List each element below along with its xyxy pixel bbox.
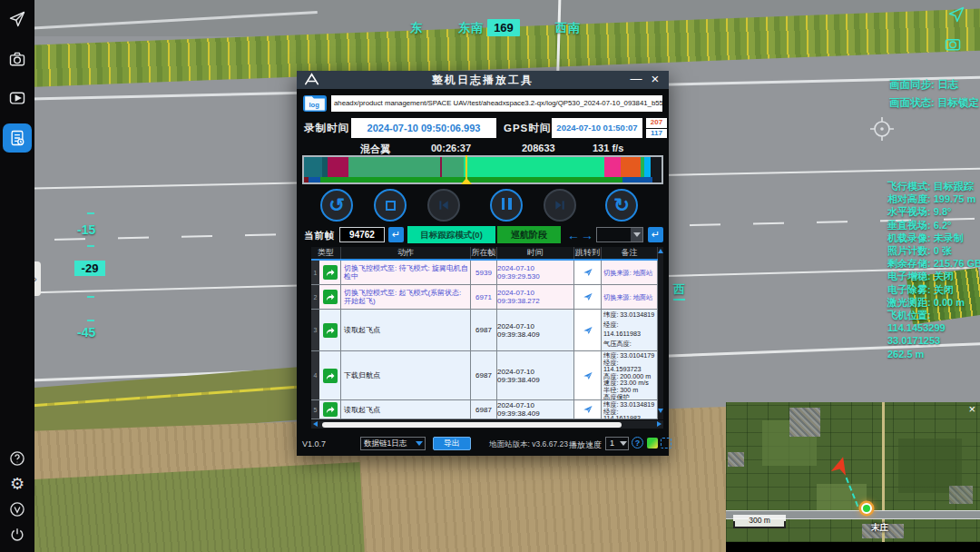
telemetry-line: 飞机位置: (887, 309, 978, 321)
counter-bottom-value: 117 (646, 129, 667, 139)
jump-to-frame-button[interactable] (578, 324, 598, 337)
repeat-cw-icon: ↻ (613, 195, 630, 214)
gcs-version: 地面站版本: v3.6.67.23 (489, 439, 568, 450)
event-jump-cell (574, 351, 602, 399)
cruise-phase-button[interactable]: 巡航阶段 (497, 226, 561, 243)
column-header[interactable]: 备注 (602, 247, 658, 259)
village-label: 末庄 (871, 522, 888, 534)
replay-button[interactable]: ↺ (320, 189, 353, 222)
target-tracking-mode-button[interactable]: 目标跟踪模式(0) (407, 226, 495, 243)
log-timeline-bar[interactable] (302, 155, 663, 184)
tool-version: V1.0.7 (302, 439, 326, 448)
log-path-input[interactable]: aheadx/product management/SPACE UAV/test… (331, 95, 662, 112)
paper-plane-icon[interactable] (5, 7, 29, 31)
pitch-tick (87, 296, 94, 298)
table-row[interactable]: 5读取起飞点69872024-07-10 09:39:38.409纬度: 33.… (311, 400, 663, 419)
timeline-strip (304, 177, 662, 182)
vertical-scrollbar[interactable] (658, 247, 663, 419)
timeline-segment (622, 177, 652, 182)
table-row[interactable]: 4下载归航点69872024-07-10 09:39:38.409纬度: 33.… (311, 351, 663, 400)
settings-gear-icon[interactable]: ⚙ (5, 472, 29, 496)
repeat-button[interactable]: ↻ (605, 189, 638, 222)
datalink-log-dropdown[interactable]: 数据链1日志 (360, 437, 426, 450)
table-row[interactable]: 1切换飞控模式至: 待飞模式: 旋翼电机自检中59392024-07-10 09… (311, 261, 663, 285)
minimize-button[interactable]: — (627, 71, 645, 89)
event-time-cell: 2024-07-10 09:39:38.409 (497, 400, 574, 419)
version-icon[interactable] (5, 498, 29, 521)
jump-to-frame-button[interactable] (578, 291, 598, 303)
jump-to-frame-button[interactable] (578, 266, 598, 279)
pause-button[interactable] (490, 189, 523, 222)
table-row[interactable]: 2切换飞控模式至: 起飞模式(系留状态: 开始起飞)69712024-07-10… (311, 285, 663, 310)
gps-time-label: GPS时间 (504, 122, 551, 135)
jump-to-frame-button[interactable] (578, 403, 598, 416)
color-legend-button[interactable] (647, 438, 658, 448)
minimap-close-button[interactable]: × (968, 403, 975, 416)
column-header[interactable]: 跳转到 (574, 247, 602, 259)
scroll-down-arrow[interactable] (658, 409, 663, 413)
frame-rate: 131 f/s (593, 143, 623, 153)
close-button[interactable]: × (646, 71, 664, 89)
field-patch (817, 484, 867, 511)
prev-event-button[interactable]: ← (567, 228, 580, 242)
open-log-folder-button[interactable]: log (303, 95, 327, 112)
event-remark-cell: 切换来源: 地面站 (602, 261, 658, 284)
record-time-input[interactable]: 2024-07-10 09:50:06.993 (351, 118, 496, 138)
event-type-cell (319, 400, 341, 419)
gps-time-input[interactable]: 2024-07-10 01:50:07 (552, 118, 642, 138)
minimap[interactable]: 300 m 末庄 × (726, 402, 980, 552)
column-header[interactable]: 类型 (311, 247, 341, 259)
video-icon[interactable] (5, 86, 29, 110)
playback-speed-label: 播放速度 (569, 439, 602, 451)
skip-end-icon (553, 198, 567, 212)
table-row[interactable]: 3读取起飞点69872024-07-10 09:39:38.409纬度: 33.… (311, 310, 663, 351)
wing-type: 混合翼 (360, 143, 390, 156)
chevron-down-icon (413, 438, 425, 449)
event-remark-cell: 纬度: 33.0104179经度: 114.1593723高度: 200.000… (602, 351, 658, 399)
export-button[interactable]: 导出 (433, 437, 471, 450)
timeline-playhead[interactable] (466, 155, 467, 181)
frame-enter-button[interactable]: ↵ (388, 227, 404, 242)
power-icon[interactable] (5, 523, 29, 547)
stop-button[interactable] (374, 189, 407, 222)
current-frame-input[interactable]: 94762 (339, 227, 385, 242)
event-enter-button[interactable]: ↵ (648, 227, 663, 242)
scroll-up-arrow[interactable] (658, 249, 663, 253)
event-select-dropdown[interactable] (596, 227, 643, 242)
timeline-segment (304, 157, 322, 177)
help-icon[interactable] (5, 447, 29, 470)
next-event-button[interactable]: → (581, 228, 593, 242)
scroll-left-arrow[interactable] (313, 421, 318, 427)
skip-to-start-button[interactable] (427, 189, 460, 222)
event-jump-cell (574, 310, 602, 350)
compass-southeast-label: 东南 (458, 20, 484, 36)
event-type-cell (319, 261, 341, 284)
region-select-button[interactable] (661, 438, 671, 448)
compass-heading-value: 169 (487, 19, 520, 36)
jump-to-frame-button[interactable] (578, 370, 598, 382)
scroll-right-arrow[interactable] (657, 421, 662, 427)
mode-switch-icon (323, 369, 338, 383)
timeline-segment (621, 157, 641, 177)
horizontal-scrollbar[interactable] (311, 420, 663, 429)
log-playback-icon[interactable] (3, 123, 32, 153)
column-header[interactable]: 时间 (497, 247, 574, 259)
playback-speed-dropdown[interactable]: 1 (605, 437, 629, 450)
timeline-segment (442, 157, 464, 177)
event-action-cell: 下载归航点 (341, 351, 471, 399)
skip-to-end-button[interactable] (544, 189, 576, 222)
pitch-tick (87, 320, 94, 321)
minimap-satellite-view[interactable]: 300 m 末庄 × (726, 402, 980, 542)
camera-icon[interactable] (5, 47, 29, 71)
timeline-segment (309, 177, 320, 182)
column-header[interactable]: 动作 (341, 247, 471, 259)
event-action-cell: 读取起飞点 (341, 400, 471, 419)
column-header[interactable]: 所在帧 (471, 247, 497, 259)
record-time-label: 录制时间 (304, 122, 349, 135)
log-playback-dialog: 整机日志播放工具 — × log aheadx/product manageme… (297, 71, 669, 456)
help-button[interactable]: ? (632, 437, 643, 448)
dialog-titlebar[interactable]: 整机日志播放工具 — × (297, 71, 669, 89)
mode-switch-icon (323, 265, 338, 280)
scrollbar-thumb[interactable] (322, 422, 622, 428)
table-body: 1切换飞控模式至: 待飞模式: 旋翼电机自检中59392024-07-10 09… (311, 261, 663, 419)
